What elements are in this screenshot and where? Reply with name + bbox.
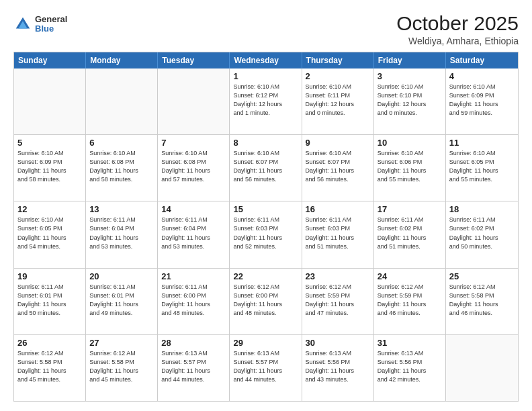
day-info: Sunrise: 6:10 AM Sunset: 6:10 PM Dayligh… <box>378 83 442 118</box>
calendar-cell: 5Sunrise: 6:10 AM Sunset: 6:09 PM Daylig… <box>14 135 86 201</box>
logo-general-text: General <box>35 15 67 24</box>
day-info: Sunrise: 6:10 AM Sunset: 6:09 PM Dayligh… <box>449 83 515 118</box>
day-info: Sunrise: 6:10 AM Sunset: 6:08 PM Dayligh… <box>89 149 154 184</box>
calendar-cell: 8Sunrise: 6:10 AM Sunset: 6:07 PM Daylig… <box>230 135 302 201</box>
calendar-cell: 15Sunrise: 6:11 AM Sunset: 6:03 PM Dayli… <box>230 201 302 267</box>
day-number: 22 <box>233 271 298 281</box>
calendar-cell: 2Sunrise: 6:10 AM Sunset: 6:11 PM Daylig… <box>302 68 374 134</box>
page: General Blue October 2025 Weldiya, Amhar… <box>0 0 532 411</box>
day-info: Sunrise: 6:11 AM Sunset: 6:03 PM Dayligh… <box>306 216 370 250</box>
day-number: 4 <box>449 71 515 81</box>
calendar-cell: 11Sunrise: 6:10 AM Sunset: 6:05 PM Dayli… <box>446 135 518 201</box>
calendar-week: 12Sunrise: 6:10 AM Sunset: 6:05 PM Dayli… <box>14 201 518 268</box>
day-info: Sunrise: 6:11 AM Sunset: 6:03 PM Dayligh… <box>233 216 298 250</box>
day-info: Sunrise: 6:13 AM Sunset: 5:56 PM Dayligh… <box>306 349 370 384</box>
day-number: 28 <box>161 338 226 348</box>
calendar-cell: 31Sunrise: 6:13 AM Sunset: 5:56 PM Dayli… <box>374 335 446 401</box>
day-number: 7 <box>161 138 226 148</box>
day-number: 18 <box>449 204 515 214</box>
day-info: Sunrise: 6:11 AM Sunset: 6:01 PM Dayligh… <box>17 283 82 318</box>
day-number: 29 <box>233 338 298 348</box>
day-info: Sunrise: 6:10 AM Sunset: 6:08 PM Dayligh… <box>161 149 226 184</box>
day-number: 26 <box>17 338 82 348</box>
calendar-header: SundayMondayTuesdayWednesdayThursdayFrid… <box>14 52 518 68</box>
logo: General Blue <box>13 15 67 34</box>
calendar-header-cell: Thursday <box>302 52 374 68</box>
calendar-week: 5Sunrise: 6:10 AM Sunset: 6:09 PM Daylig… <box>14 135 518 201</box>
calendar-cell: 14Sunrise: 6:11 AM Sunset: 6:04 PM Dayli… <box>158 201 230 267</box>
calendar-week: 19Sunrise: 6:11 AM Sunset: 6:01 PM Dayli… <box>14 269 518 335</box>
day-number: 11 <box>449 138 515 148</box>
logo-icon <box>13 15 32 34</box>
calendar-body: 1Sunrise: 6:10 AM Sunset: 6:12 PM Daylig… <box>14 68 518 401</box>
day-number: 8 <box>233 138 298 148</box>
day-number: 27 <box>89 338 154 348</box>
day-number: 20 <box>89 271 154 281</box>
day-info: Sunrise: 6:12 AM Sunset: 5:58 PM Dayligh… <box>89 349 154 384</box>
day-info: Sunrise: 6:11 AM Sunset: 6:02 PM Dayligh… <box>449 216 515 250</box>
calendar-cell: 23Sunrise: 6:12 AM Sunset: 5:59 PM Dayli… <box>302 269 374 334</box>
day-info: Sunrise: 6:12 AM Sunset: 5:58 PM Dayligh… <box>17 349 82 384</box>
day-number: 17 <box>378 204 442 214</box>
day-number: 5 <box>17 138 82 148</box>
calendar-cell: 26Sunrise: 6:12 AM Sunset: 5:58 PM Dayli… <box>14 335 86 401</box>
day-info: Sunrise: 6:12 AM Sunset: 5:58 PM Dayligh… <box>449 283 515 318</box>
day-info: Sunrise: 6:11 AM Sunset: 6:04 PM Dayligh… <box>161 216 226 250</box>
day-info: Sunrise: 6:10 AM Sunset: 6:05 PM Dayligh… <box>17 216 82 250</box>
calendar-cell: 21Sunrise: 6:11 AM Sunset: 6:00 PM Dayli… <box>158 269 230 334</box>
calendar-cell: 10Sunrise: 6:10 AM Sunset: 6:06 PM Dayli… <box>374 135 446 201</box>
calendar-cell <box>14 68 86 134</box>
day-number: 30 <box>306 338 370 348</box>
day-number: 6 <box>89 138 154 148</box>
calendar-header-cell: Friday <box>374 52 446 68</box>
logo-blue-text: Blue <box>35 24 67 34</box>
calendar-cell <box>86 68 158 134</box>
day-info: Sunrise: 6:10 AM Sunset: 6:06 PM Dayligh… <box>378 149 442 184</box>
day-info: Sunrise: 6:13 AM Sunset: 5:56 PM Dayligh… <box>378 349 442 384</box>
day-number: 14 <box>161 204 226 214</box>
calendar-cell: 29Sunrise: 6:13 AM Sunset: 5:57 PM Dayli… <box>230 335 302 401</box>
calendar-cell: 17Sunrise: 6:11 AM Sunset: 6:02 PM Dayli… <box>374 201 446 267</box>
day-info: Sunrise: 6:11 AM Sunset: 6:00 PM Dayligh… <box>161 283 226 318</box>
day-info: Sunrise: 6:10 AM Sunset: 6:09 PM Dayligh… <box>17 149 82 184</box>
day-number: 15 <box>233 204 298 214</box>
day-number: 3 <box>378 71 442 81</box>
day-number: 2 <box>306 71 370 81</box>
calendar: SundayMondayTuesdayWednesdayThursdayFrid… <box>13 52 519 402</box>
calendar-cell <box>158 68 230 134</box>
calendar-header-cell: Wednesday <box>230 52 302 68</box>
calendar-cell: 6Sunrise: 6:10 AM Sunset: 6:08 PM Daylig… <box>86 135 158 201</box>
day-number: 21 <box>161 271 226 281</box>
day-number: 9 <box>306 138 370 148</box>
calendar-cell: 22Sunrise: 6:12 AM Sunset: 6:00 PM Dayli… <box>230 269 302 334</box>
calendar-cell: 20Sunrise: 6:11 AM Sunset: 6:01 PM Dayli… <box>86 269 158 334</box>
header: General Blue October 2025 Weldiya, Amhar… <box>13 12 519 46</box>
calendar-cell: 1Sunrise: 6:10 AM Sunset: 6:12 PM Daylig… <box>230 68 302 134</box>
calendar-cell: 24Sunrise: 6:12 AM Sunset: 5:59 PM Dayli… <box>374 269 446 334</box>
day-number: 16 <box>306 204 370 214</box>
calendar-cell: 9Sunrise: 6:10 AM Sunset: 6:07 PM Daylig… <box>302 135 374 201</box>
calendar-cell: 7Sunrise: 6:10 AM Sunset: 6:08 PM Daylig… <box>158 135 230 201</box>
calendar-cell: 16Sunrise: 6:11 AM Sunset: 6:03 PM Dayli… <box>302 201 374 267</box>
calendar-cell <box>446 335 518 401</box>
day-info: Sunrise: 6:10 AM Sunset: 6:11 PM Dayligh… <box>306 83 370 118</box>
day-number: 13 <box>89 204 154 214</box>
day-info: Sunrise: 6:10 AM Sunset: 6:12 PM Dayligh… <box>233 83 298 118</box>
calendar-header-cell: Monday <box>86 52 158 68</box>
day-info: Sunrise: 6:13 AM Sunset: 5:57 PM Dayligh… <box>233 349 298 384</box>
day-info: Sunrise: 6:11 AM Sunset: 6:02 PM Dayligh… <box>378 216 442 250</box>
calendar-header-cell: Sunday <box>14 52 86 68</box>
calendar-week: 26Sunrise: 6:12 AM Sunset: 5:58 PM Dayli… <box>14 335 518 401</box>
calendar-cell: 4Sunrise: 6:10 AM Sunset: 6:09 PM Daylig… <box>446 68 518 134</box>
logo-text: General Blue <box>35 15 67 34</box>
day-number: 12 <box>17 204 82 214</box>
day-info: Sunrise: 6:11 AM Sunset: 6:01 PM Dayligh… <box>89 283 154 318</box>
day-info: Sunrise: 6:12 AM Sunset: 6:00 PM Dayligh… <box>233 283 298 318</box>
day-info: Sunrise: 6:10 AM Sunset: 6:05 PM Dayligh… <box>449 149 515 184</box>
day-number: 25 <box>449 271 515 281</box>
calendar-cell: 27Sunrise: 6:12 AM Sunset: 5:58 PM Dayli… <box>86 335 158 401</box>
calendar-cell: 18Sunrise: 6:11 AM Sunset: 6:02 PM Dayli… <box>446 201 518 267</box>
day-info: Sunrise: 6:10 AM Sunset: 6:07 PM Dayligh… <box>233 149 298 184</box>
day-number: 19 <box>17 271 82 281</box>
day-number: 1 <box>233 71 298 81</box>
